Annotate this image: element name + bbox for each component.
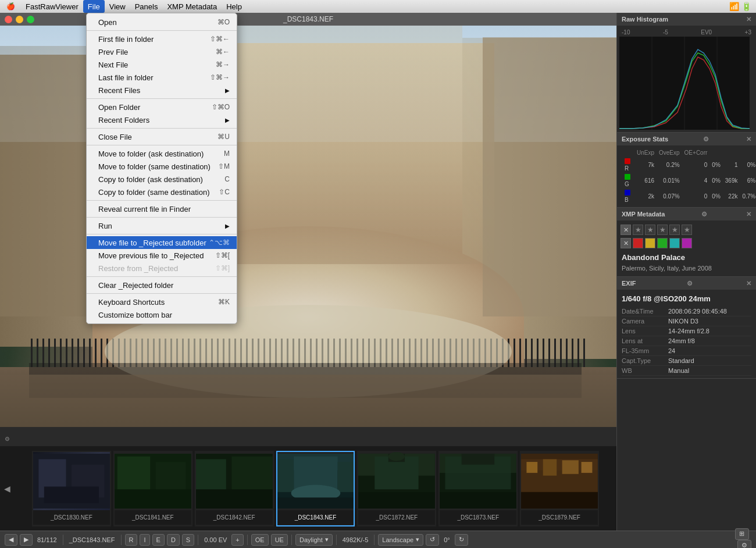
exposure-stats-close-button[interactable]: ✕ [746, 136, 751, 143]
menu-keyboard-shortcuts[interactable]: Keyboard Shortcuts ⌘K [87, 296, 237, 308]
menubar: 🍎 FastRawViewer File View Panels XMP Met… [0, 0, 756, 13]
menu-next-file[interactable]: Next File ⌘→ [87, 58, 237, 71]
histogram-close-button[interactable]: ✕ [746, 16, 751, 23]
menu-recent-files[interactable]: Recent Files ▶ [87, 84, 237, 97]
menu-move-prev-rejected[interactable]: Move previous file to _Rejected ⇧⌘[ [87, 249, 237, 262]
exif-label-lens-at: Lens at [622, 337, 668, 344]
exif-value-lens-at: 24mm f/8 [668, 337, 695, 344]
s-button[interactable]: S [182, 534, 194, 546]
rotate-cw-button[interactable]: ↻ [455, 534, 468, 546]
exif-summary: 1/640 f/8 @ISO200 24mm [622, 292, 751, 307]
xmp-color-red[interactable] [633, 238, 643, 248]
fit-button[interactable]: ⊞ [735, 528, 749, 540]
exif-gear-icon[interactable]: ⚙ [687, 280, 693, 287]
xmp-star-1[interactable]: ★ [633, 225, 643, 235]
thumb-svg-5 [358, 452, 435, 510]
menu-recent-folders[interactable]: Recent Folders ▶ [87, 113, 237, 126]
xmp-color-yellow[interactable] [645, 238, 655, 248]
menu-move-same[interactable]: Move to folder (same destination) ⇧M [87, 160, 237, 173]
menubar-xmp[interactable]: XMP Metadata [162, 0, 222, 13]
svg-rect-25 [277, 459, 294, 492]
xmp-close-button[interactable]: ✕ [746, 211, 751, 218]
d-button[interactable]: D [167, 534, 180, 546]
zoom-button[interactable]: ⚙ [737, 540, 751, 549]
nav-prev-button[interactable]: ◀ [5, 534, 17, 546]
oe-button[interactable]: OE [251, 534, 269, 546]
menu-customize-bar[interactable]: Customize bottom bar [87, 308, 237, 321]
exposure-stats-table: UnExp OveExp OE+Corr R 7k 0.2% 0 0% 1 0% [622, 148, 756, 205]
filmstrip-item-5[interactable]: _DSC1872.NEF [357, 451, 436, 526]
exif-close-button[interactable]: ✕ [746, 280, 751, 287]
menu-run[interactable]: Run ▶ [87, 219, 237, 232]
xmp-star-3[interactable]: ★ [657, 225, 668, 235]
menubar-help[interactable]: Help [222, 0, 247, 13]
xmp-color-teal[interactable] [669, 238, 680, 248]
menu-copy-same[interactable]: Copy to folder (same destination) ⇧C [87, 186, 237, 198]
menu-move-ask[interactable]: Move to folder (ask destination) M [87, 147, 237, 160]
menu-prev-file[interactable]: Prev File ⌘← [87, 45, 237, 58]
nav-next-button[interactable]: ▶ [20, 534, 33, 546]
xmp-star-5[interactable]: ★ [682, 225, 692, 235]
xmp-color-green[interactable] [657, 238, 668, 248]
menubar-view[interactable]: View [105, 0, 130, 13]
exposure-stats-gear-icon[interactable]: ⚙ [703, 136, 709, 143]
filmstrip-item-2[interactable]: _DSC1841.NEF [113, 451, 192, 526]
filmstrip-item-6[interactable]: _DSC1873.NEF [438, 451, 518, 526]
filmstrip-thumb-3 [196, 452, 273, 510]
xmp-title: XMP Metadata [622, 211, 665, 218]
svg-rect-44 [527, 462, 538, 473]
menu-reveal-finder[interactable]: Reveal current file in Finder [87, 202, 237, 215]
maximize-button[interactable] [27, 16, 34, 23]
exif-row-lens-at: Lens at 24mm f/8 [622, 336, 751, 346]
xmp-star-4[interactable]: ★ [669, 225, 680, 235]
exp-channel-r: R [623, 158, 634, 172]
exif-value-lens: 14-24mm f/2.8 [668, 328, 709, 335]
filmstrip-item-1[interactable]: _DSC1830.NEF [32, 451, 111, 526]
menubar-panels[interactable]: Panels [130, 0, 163, 13]
menu-clear-rejected[interactable]: Clear _Rejected folder [87, 279, 237, 291]
menubar-right: 📶 🔋 [729, 2, 751, 11]
exif-value-camera: NIKON D3 [668, 318, 698, 325]
menubar-app[interactable]: FastRawViewer [21, 0, 83, 13]
orientation-dropdown[interactable]: Landscape ▾ [378, 534, 423, 546]
filmstrip-item-3[interactable]: _DSC1842.NEF [195, 451, 274, 526]
xmp-star-2[interactable]: ★ [645, 225, 655, 235]
exposure-stats-title: Exposure Stats [622, 136, 668, 143]
xmp-gear-icon[interactable]: ⚙ [701, 211, 707, 218]
menubar-file[interactable]: File [83, 0, 105, 13]
ue-button[interactable]: UE [271, 534, 288, 546]
filmstrip-nav-left[interactable]: ◀ [0, 446, 15, 531]
i-button[interactable]: I [140, 534, 149, 546]
menu-last-file[interactable]: Last file in folder ⇧⌘→ [87, 71, 237, 84]
menu-close-file[interactable]: Close File ⌘U [87, 130, 237, 143]
exp-ovexp-r-count: 0 [683, 158, 709, 172]
exif-label-lens: Lens [622, 328, 668, 335]
xmp-color-none[interactable]: ✕ [621, 238, 631, 248]
xmp-description: Palermo, Sicily, Italy, June 2008 [621, 263, 753, 274]
xmp-color-purple[interactable] [682, 238, 692, 248]
apple-menu[interactable]: 🍎 [5, 0, 16, 13]
menu-copy-ask[interactable]: Copy to folder (ask destination) C [87, 173, 237, 186]
r-button[interactable]: R [125, 534, 138, 546]
wb-dropdown[interactable]: Daylight ▾ [295, 534, 333, 546]
e-button[interactable]: E [152, 534, 165, 546]
filmstrip-settings-button[interactable]: ⚙ [0, 432, 15, 446]
filmstrip-item-4[interactable]: _DSC1843.NEF [276, 451, 355, 526]
menu-first-file[interactable]: First file in folder ⇧⌘← [87, 33, 237, 45]
exif-row-lens: Lens 14-24mm f/2.8 [622, 326, 751, 336]
file-dropdown-menu: Open ⌘O First file in folder ⇧⌘← Prev Fi… [86, 13, 237, 324]
rotate-ccw-button[interactable]: ↺ [426, 534, 439, 546]
exif-value-capttype: Standard [668, 357, 694, 364]
minimize-button[interactable] [16, 16, 23, 23]
svg-point-34 [388, 452, 405, 461]
filmstrip-label-3: _DSC1842.NEF [196, 510, 273, 525]
xmp-reject-button[interactable]: ✕ [621, 225, 631, 235]
menu-move-rejected[interactable]: Move file to _Rejected subfolder ⌃⌥⌘ [87, 236, 237, 249]
ev-plus-button[interactable]: + [231, 534, 243, 546]
menu-open-folder[interactable]: Open Folder ⇧⌘O [87, 101, 237, 113]
thumb-svg-7 [521, 452, 598, 510]
close-button[interactable] [5, 16, 12, 23]
thumb-svg-6 [440, 452, 516, 510]
filmstrip-item-7[interactable]: _DSC1879.NEF [520, 451, 599, 526]
menu-open[interactable]: Open ⌘O [87, 16, 237, 29]
